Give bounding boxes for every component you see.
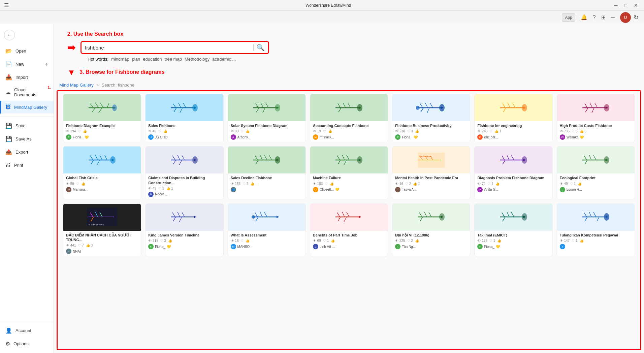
hot-word-plan[interactable]: plan: [132, 57, 140, 62]
card-stats-3: 👁 39♡👍: [231, 129, 303, 133]
gallery-card-17[interactable]: What Is Assessment 👁 18♡👍 M MANSO...: [228, 203, 306, 257]
sidebar-item-open[interactable]: 📂 Open: [0, 44, 54, 58]
gallery-card-18[interactable]: Benefits of Part Time Job 👁 69♡ 1👍 L Lin…: [310, 203, 388, 257]
gallery-card-7[interactable]: High Product Costs Fishbone 👁 735♡ 5👍 6 …: [557, 94, 635, 142]
svg-line-29: [348, 103, 351, 108]
sidebar-label-open: Open: [15, 49, 26, 54]
user-avatar[interactable]: U: [620, 12, 631, 23]
save-icon: 💾: [5, 123, 12, 129]
svg-line-105: [589, 155, 591, 160]
gallery-container: Fishbone Diagram Example 👁 294♡👍 F Fiona…: [57, 90, 641, 350]
sidebar-item-export[interactable]: 📤 Export: [0, 146, 54, 159]
gallery-card-1[interactable]: Fishbone Diagram Example 👁 294♡👍 F Fiona…: [63, 94, 141, 142]
gallery-card-20[interactable]: Taklimat (EMICT) 👁 126♡ 1👍 F Fiona_💛: [474, 203, 552, 257]
content-area: 2. Use the Search box ➡ 🔍 Hot words: min…: [54, 24, 644, 353]
gallery-card-16[interactable]: King James Version Timeline 👁 318♡ 3👍 F …: [145, 203, 223, 257]
svg-line-34: [420, 103, 423, 108]
svg-line-118: [178, 212, 180, 217]
svg-line-51: [590, 103, 592, 108]
svg-line-84: [342, 155, 345, 160]
hot-word-treemap[interactable]: tree map: [165, 57, 182, 62]
sidebar-item-mindmap-gallery[interactable]: 🖼 MindMap Gallery: [0, 101, 54, 114]
hot-word-methodology[interactable]: Methodology: [185, 57, 210, 62]
window-minimize-icon[interactable]: ─: [611, 14, 615, 21]
svg-line-85: [347, 155, 349, 160]
search-button[interactable]: 🔍: [256, 43, 265, 52]
refresh-icon[interactable]: ↻: [634, 14, 639, 21]
sidebar-item-print[interactable]: 🖨 Print: [0, 159, 54, 171]
card-title-15: ĐẶC ĐIỂM NHÂN CÁCH CỦA NGƯỜI TRUNG...: [66, 233, 138, 243]
gallery-card-13[interactable]: Diagnosis Problem Fishbone Diagram 👁 74♡…: [474, 146, 552, 199]
svg-line-78: [269, 155, 272, 160]
back-button[interactable]: ←: [4, 30, 15, 40]
gallery-card-2[interactable]: Sales Fishbone 👁 42♡👍 J JS CHOI: [145, 94, 223, 142]
author-avatar-10: 👥: [231, 187, 236, 192]
gallery-card-14[interactable]: Ecological Footprint 👁 49♡ 1👍 L Logan R.…: [557, 146, 635, 199]
card-author-5: F Fiona_💛: [395, 134, 467, 140]
close-btn[interactable]: ✕: [632, 2, 640, 9]
card-stats-8: 👁 59♡👍: [66, 182, 138, 186]
card-author-10: 👥: [231, 187, 303, 192]
hot-word-academic[interactable]: academic ...: [212, 57, 236, 62]
card-title-5: Fishbone Business Productivity: [395, 123, 467, 128]
svg-text:ĐẶC ĐIỂM NHÂN CÁCH: ĐẶC ĐIỂM NHÂN CÁCH: [89, 223, 104, 226]
sidebar-item-options[interactable]: ⚙ Options: [0, 337, 54, 350]
svg-line-63: [97, 160, 100, 165]
card-stats-9: 👁 49♡ 3👍 1: [148, 187, 220, 190]
author-avatar-17: M: [231, 244, 236, 249]
grid-icon[interactable]: ⊞: [601, 14, 606, 21]
hot-word-education[interactable]: education: [143, 57, 162, 62]
svg-line-128: [256, 217, 258, 221]
svg-point-24: [275, 104, 280, 111]
search-arrow: ➡: [67, 42, 75, 53]
svg-line-4: [100, 103, 104, 108]
gallery-card-15[interactable]: ĐẶC ĐIỂM NHÂN CÁCH ĐẶC ĐIỂM NHÂN CÁCH CỦ…: [63, 203, 141, 257]
svg-line-2: [90, 104, 94, 108]
breadcrumb-current: Search: fishbone: [101, 83, 134, 88]
gallery-card-9[interactable]: Claims and Disputes in Building Construc…: [145, 146, 223, 199]
svg-point-158: [604, 213, 609, 221]
hot-word-mindmap[interactable]: mindmap: [111, 57, 129, 62]
card-title-8: Global Fish Crisis: [66, 175, 138, 180]
author-avatar-19: T: [395, 244, 400, 249]
app-menu-icon[interactable]: ☰: [4, 2, 9, 8]
gallery-card-6[interactable]: Fishbone for engineering 👁 248♡👍 1 E eri…: [474, 94, 552, 142]
sidebar-item-save[interactable]: 💾 Save: [0, 119, 54, 132]
sidebar-item-cloud[interactable]: ☁ Cloud Documents 1.: [0, 84, 54, 101]
minimize-btn[interactable]: ─: [612, 2, 620, 9]
sidebar-item-import[interactable]: 📥 Import: [0, 71, 54, 84]
sidebar-label-account: Account: [15, 328, 31, 333]
app-button[interactable]: App: [562, 13, 575, 22]
help-icon[interactable]: ?: [593, 14, 596, 21]
notification-icon[interactable]: 🔔: [581, 14, 587, 21]
gallery-card-12[interactable]: Mental Health Mental Health in Post Pand…: [392, 146, 470, 199]
gallery-card-21[interactable]: Tulang Ikan Kompetensi Pegawai 👁 147♡ 1👍…: [557, 203, 635, 257]
card-author-7: W Wakaka💛: [560, 134, 632, 140]
search-input[interactable]: [85, 45, 251, 51]
gallery-card-19[interactable]: Đại hội VI (12.1986) 👁 225♡ 2👍 T Tân Ng.…: [392, 203, 470, 257]
plus-icon[interactable]: +: [45, 61, 48, 67]
sidebar-label-options: Options: [13, 341, 29, 346]
search-section: 2. Use the Search box ➡ 🔍 Hot words: min…: [54, 24, 644, 65]
gallery-card-5[interactable]: Fishbone Business Productivity 👁 210♡ 3👍…: [392, 94, 470, 142]
breadcrumb-gallery-link[interactable]: Mind Map Gallery: [59, 83, 94, 88]
gallery-card-11[interactable]: Machine Failure 👁 103♡👍 O Oliveett...💛: [310, 146, 388, 199]
gallery-card-8[interactable]: Global Fish Crisis 👁 59♡👍 M Mansou...: [63, 146, 141, 199]
sidebar-item-new[interactable]: 📄 New +: [0, 58, 54, 71]
sidebar-item-account[interactable]: 👤 Account: [0, 324, 54, 337]
sidebar-item-save-as[interactable]: 💾 Save As: [0, 132, 54, 146]
card-stats-11: 👁 103♡👍: [313, 182, 385, 186]
card-author-3: A Aradhy...: [231, 134, 303, 140]
card-title-18: Benefits of Part Time Job: [313, 233, 385, 237]
gallery-card-3[interactable]: Solar System Fishbone Diagram 👁 39♡👍 A A…: [228, 94, 306, 142]
gallery-card-4[interactable]: Accounting Concepts Fishbone 👁 19♡👍 M mr…: [310, 94, 388, 142]
svg-line-59: [95, 155, 98, 160]
step3-annotation: 3. Browse for Fishbone diagrams: [79, 69, 165, 75]
maximize-btn[interactable]: □: [622, 2, 629, 9]
gallery-card-10[interactable]: Sales Decline Fishbone 👁 156♡ 2👍 👥: [228, 146, 306, 199]
svg-line-87: [344, 160, 347, 165]
svg-line-46: [503, 108, 506, 112]
card-stats-4: 👁 19♡👍: [313, 129, 385, 133]
author-avatar-7: W: [560, 134, 565, 140]
svg-line-23: [263, 108, 265, 113]
